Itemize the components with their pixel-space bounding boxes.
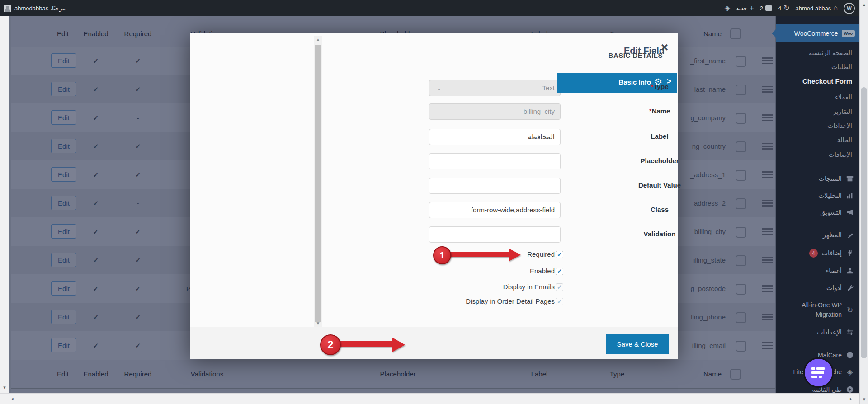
sidebar-submenu-5[interactable]: الإعدادات (776, 119, 859, 132)
select-all-checkbox[interactable] (730, 28, 741, 39)
left-scrollbar[interactable]: ▾ (0, 16, 9, 393)
sidebar-submenu-3[interactable]: العملاء (776, 90, 859, 104)
default-value-field[interactable] (429, 178, 561, 194)
tools-icon (846, 284, 854, 292)
sidebar-item-8[interactable]: الإعدادات (776, 325, 859, 339)
display-in-order-detail-pages-checkbox (556, 298, 563, 305)
row-checkbox[interactable] (736, 113, 746, 124)
active-menu-arrow (772, 29, 776, 38)
drag-handle-icon[interactable] (762, 257, 773, 265)
save-and-close-button[interactable]: Save & Close (606, 334, 669, 354)
label-field[interactable]: المحافظة (429, 129, 561, 145)
edit-button[interactable]: Edit (51, 253, 76, 267)
row-checkbox[interactable] (736, 312, 746, 323)
new-content-link[interactable]: + جديد (736, 0, 754, 16)
right-scrollbar[interactable]: ▴ ▾ (859, 0, 868, 404)
sidebar-item-1[interactable]: التحليلات (776, 189, 859, 202)
site-name-link[interactable]: ⌂ ahmed abbas (796, 0, 838, 16)
scrollbar-thumb[interactable] (861, 87, 867, 358)
edit-button[interactable]: Edit (51, 224, 76, 239)
sidebar-submenu-checkout-form[interactable]: Checkout Form (776, 75, 859, 88)
row-checkbox[interactable] (736, 341, 746, 352)
edit-button[interactable]: Edit (51, 196, 76, 210)
scroll-down-icon[interactable]: ▼ (314, 321, 322, 326)
required-mark: ✓ (135, 75, 141, 103)
validation-field[interactable] (429, 226, 561, 243)
sidebar-item-2[interactable]: التسويق (776, 206, 859, 219)
scroll-down-icon[interactable]: ▾ (0, 385, 9, 390)
row-checkbox[interactable] (736, 56, 746, 67)
row-checkbox[interactable] (736, 255, 746, 266)
modal-inner-scrollbar[interactable]: ▲ ▼ (314, 36, 322, 327)
edit-button[interactable]: Edit (51, 139, 76, 153)
edit-button[interactable]: Edit (51, 310, 76, 324)
enabled-checkbox[interactable] (556, 268, 563, 275)
row-checkbox[interactable] (736, 170, 746, 181)
required-mark: ✓ (135, 160, 141, 189)
required-mark: - (137, 103, 139, 132)
sidebar-item-5[interactable]: أعضاء (776, 264, 859, 277)
sidebar-item-3[interactable]: المظهر (776, 228, 859, 242)
required-mark: ✓ (135, 217, 141, 246)
updates-icon: ↻ (783, 5, 789, 12)
comments-link[interactable]: 2 (760, 0, 772, 16)
scroll-up-icon[interactable]: ▴ (860, 2, 868, 8)
scroll-up-icon[interactable]: ▲ (314, 37, 322, 42)
required-checkbox[interactable] (556, 251, 563, 258)
litespeed-bar-link[interactable]: ◈ (725, 0, 730, 16)
row-checkbox[interactable] (736, 227, 746, 238)
sidebar-item-4[interactable]: إضافات4 (776, 246, 859, 260)
updates-link[interactable]: ↻ 4 (778, 0, 790, 16)
class-field[interactable]: form-row-wide,address-field (429, 202, 561, 218)
admin-bar-howdy[interactable]: مرحبًا، ahmedabbas (4, 0, 66, 16)
close-icon[interactable]: × (661, 40, 668, 55)
class-label: Class (605, 206, 714, 213)
edit-button[interactable]: Edit (51, 110, 76, 125)
avatar (4, 5, 11, 12)
drag-handle-icon[interactable] (762, 143, 773, 151)
drag-handle-icon[interactable] (762, 285, 773, 293)
drag-handle-icon[interactable] (762, 314, 773, 322)
drag-handle-icon[interactable] (762, 57, 773, 66)
sidebar-item-woocommerce[interactable]: Woo WooCommerce (776, 24, 859, 42)
edit-button[interactable]: Edit (51, 167, 76, 182)
row-checkbox[interactable] (736, 284, 746, 295)
comments-count: 2 (760, 5, 763, 12)
admin-bar-tools: W ⌂ ahmed abbas ↻ 4 2 + جديد ◈ (725, 0, 855, 16)
scroll-right-icon[interactable]: ▸ (850, 396, 853, 402)
scrollbar-thumb[interactable] (315, 45, 321, 322)
drag-handle-icon[interactable] (762, 86, 773, 94)
sidebar-submenu-4[interactable]: التقارير (776, 105, 859, 118)
drag-handle-icon[interactable] (762, 200, 773, 208)
placeholder-label: Placeholder (605, 157, 714, 164)
sidebar-item-7[interactable]: ↻All-in-One WP Migration (776, 300, 859, 320)
plugins-update-badge: 4 (809, 249, 818, 258)
column-header-edit: Edit (57, 20, 69, 47)
drag-handle-icon[interactable] (762, 114, 773, 122)
select-all-checkbox[interactable] (730, 369, 741, 380)
sidebar-submenu-6[interactable]: الحالة (776, 133, 859, 147)
drag-handle-icon[interactable] (762, 342, 773, 350)
chat-widget-button[interactable] (803, 357, 834, 388)
sidebar-submenu-1[interactable]: الطلبات (776, 60, 859, 74)
sidebar-item-0[interactable]: المنتجات (776, 172, 859, 185)
required-mark: ✓ (135, 274, 141, 303)
placeholder-field[interactable] (429, 153, 561, 169)
drag-handle-icon[interactable] (762, 228, 773, 236)
sidebar-item-6[interactable]: أدوات (776, 281, 859, 295)
row-checkbox[interactable] (736, 141, 746, 152)
column-header-placeholder: Placeholder (380, 360, 415, 388)
scroll-down-icon[interactable]: ▾ (860, 396, 868, 402)
row-checkbox[interactable] (736, 198, 746, 209)
row-checkbox[interactable] (736, 85, 746, 95)
edit-button[interactable]: Edit (51, 82, 76, 96)
sidebar-submenu-7[interactable]: الإضافات (776, 148, 859, 161)
bottom-scrollbar[interactable]: ◂ ▸ (0, 393, 859, 404)
edit-button[interactable]: Edit (51, 338, 76, 352)
wp-logo-menu[interactable]: W (844, 0, 855, 16)
edit-button[interactable]: Edit (51, 53, 76, 68)
edit-button[interactable]: Edit (51, 281, 76, 296)
scroll-left-icon[interactable]: ◂ (11, 396, 14, 402)
drag-handle-icon[interactable] (762, 171, 773, 179)
sidebar-submenu-0[interactable]: الصفحة الرئيسية (776, 46, 859, 60)
